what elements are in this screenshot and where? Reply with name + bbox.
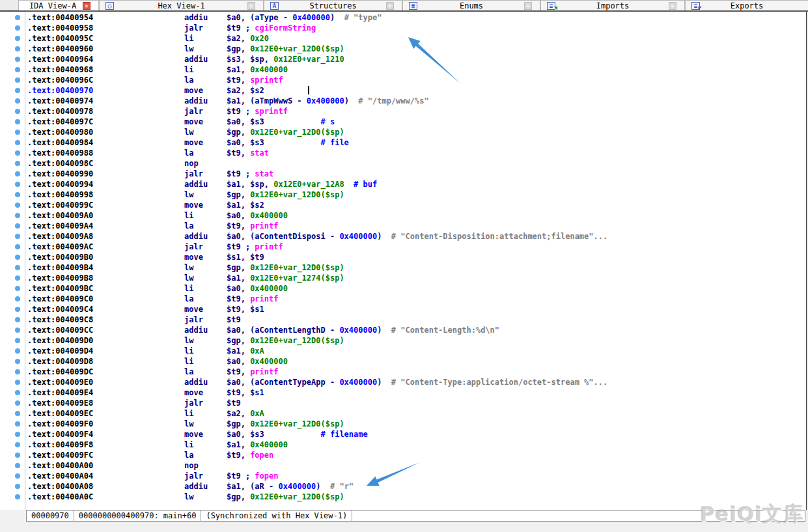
asm-line[interactable]: .text:00400A04jalr$t9 ; fopen — [0, 471, 806, 481]
asm-line[interactable]: .text:004009F4move$a0, $s3 # filename — [0, 429, 806, 440]
asm-line[interactable]: .text:004009E0addiu$a0, (aContentTypeApp… — [0, 377, 806, 387]
asm-line[interactable]: .text:0040097Cmove$a0, $s3 # s — [0, 117, 806, 127]
asm-mnemonic: li — [184, 33, 193, 44]
asm-line[interactable]: .text:00400980lw$gp, 0x12E0+var_12D0($sp… — [0, 127, 806, 137]
asm-mnemonic: jalr — [184, 242, 203, 252]
line-dot-icon — [15, 119, 20, 124]
asm-line[interactable]: .text:0040096Cla$t9, sprintf — [0, 75, 806, 85]
asm-line[interactable]: .text:00400A0Clw$gp, 0x12E0+var_12D0($sp… — [0, 492, 806, 502]
asm-line[interactable]: .text:004009E4move$t9, $s1 — [0, 387, 806, 398]
asm-address: .text:004009A0 — [27, 210, 93, 221]
asm-line[interactable]: .text:00400964addiu$s3, $sp, 0x12E0+var_… — [0, 54, 806, 64]
asm-line[interactable]: .text:004009C4move$t9, $s1 — [0, 304, 806, 315]
asm-address: .text:004009D4 — [27, 346, 93, 356]
asm-line[interactable]: .text:004009B4lw$gp, 0x12E0+var_12D0($sp… — [0, 262, 806, 273]
asm-operands: $t9, $s1 — [227, 387, 264, 398]
asm-mnemonic: la — [184, 148, 193, 158]
asm-mnemonic: addiu — [184, 231, 208, 242]
tab-imports[interactable]: ≡◥ Imports ✕ — [540, 0, 685, 10]
asm-line[interactable]: .text:004009C0la$t9, printf — [0, 294, 806, 304]
asm-operands: $s3, $sp, 0x12E0+var_1210 — [227, 54, 344, 64]
line-dot-icon — [15, 150, 20, 156]
tab-exports[interactable]: ≡◤ Exports — [685, 0, 808, 10]
tab-structures[interactable]: A Structures ✕ — [264, 0, 402, 10]
asm-line[interactable]: .text:004009D4li$a1, 0xA — [0, 346, 806, 356]
asm-line[interactable]: .text:004009CCaddiu$a0, (aContentLengthD… — [0, 325, 806, 335]
asm-address: .text:00400954 — [27, 12, 93, 23]
asm-mnemonic: move — [184, 117, 203, 127]
asm-line[interactable]: .text:00400A08addiu$a1, (aR - 0x400000) … — [0, 481, 806, 492]
tab-hex-view-1[interactable]: ◯ Hex View-1 ✕ — [99, 0, 264, 10]
asm-line[interactable]: .text:00400988la$t9, stat — [0, 148, 806, 158]
close-icon[interactable]: ✕ — [247, 2, 255, 10]
disassembly-view[interactable]: .text:00400954addiu$a0, (aType - 0x40000… — [0, 12, 807, 510]
tab-enums[interactable]: ≣ Enums ✕ — [402, 0, 540, 10]
asm-operands: $s1, $t9 — [227, 252, 264, 262]
line-dot-icon — [15, 484, 20, 489]
line-dot-icon — [15, 328, 20, 333]
asm-line[interactable]: .text:00400A00nop — [0, 460, 806, 471]
asm-line[interactable]: .text:00400974addiu$a1, (aTmpWwwS - 0x40… — [0, 96, 806, 106]
asm-line[interactable]: .text:00400958jalr$t9 ; cgiFormString — [0, 23, 806, 33]
asm-mnemonic: jalr — [184, 23, 203, 33]
asm-line[interactable]: .text:00400978jalr$t9 ; sprintf — [0, 106, 806, 117]
asm-address: .text:00400990 — [27, 169, 93, 179]
asm-address: .text:00400974 — [27, 96, 93, 106]
asm-line[interactable]: .text:004009FCla$t9, fopen — [0, 450, 806, 460]
asm-operands: $gp, 0x12E0+var_12D0($sp) — [227, 419, 344, 429]
asm-line[interactable]: .text:004009F0lw$gp, 0x12E0+var_12D0($sp… — [0, 419, 806, 429]
asm-line[interactable]: .text:004009D0lw$gp, 0x12E0+var_12D0($sp… — [0, 335, 806, 346]
asm-line[interactable]: .text:004009D8li$a0, 0x400000 — [0, 356, 806, 367]
asm-line[interactable]: .text:004009ECli$a2, 0xA — [0, 408, 806, 419]
tab-ida-view-a[interactable]: IDA View-A ✕ — [18, 0, 99, 10]
asm-line[interactable]: .text:004009B8lw$a1, 0x12E0+var_1274($sp… — [0, 273, 806, 283]
asm-line[interactable]: .text:004009E8jalr$t9 — [0, 398, 806, 408]
line-dot-icon — [15, 473, 20, 479]
asm-line[interactable]: .text:0040099Cmove$a1, $s2 — [0, 200, 806, 210]
asm-mnemonic: addiu — [184, 481, 208, 492]
asm-mnemonic: move — [184, 252, 203, 262]
line-dot-icon — [15, 494, 20, 499]
asm-address: .text:004009E8 — [27, 398, 93, 408]
tab-label: Hex View-1 — [158, 1, 204, 10]
asm-line[interactable]: .text:004009A4la$t9, printf — [0, 221, 806, 231]
asm-operands: $a1, $sp, 0x12E0+var_12A8 # buf — [227, 179, 377, 189]
asm-mnemonic: move — [184, 85, 203, 96]
asm-line[interactable]: .text:00400994addiu$a1, $sp, 0x12E0+var_… — [0, 179, 806, 189]
asm-line[interactable]: .text:00400960lw$gp, 0x12E0+var_12D0($sp… — [0, 44, 806, 54]
asm-line[interactable]: .text:00400954addiu$a0, (aType - 0x40000… — [0, 12, 806, 23]
asm-line[interactable]: .text:00400990jalr$t9 ; stat — [0, 169, 806, 179]
asm-line[interactable]: .text:004009F8li$a1, 0x400000 — [0, 440, 806, 450]
close-icon[interactable]: ✕ — [386, 2, 394, 10]
asm-line[interactable]: .text:004009C8jalr$t9 — [0, 315, 806, 325]
asm-operands: $a1, 0x400000 — [227, 64, 288, 75]
asm-operands: $t9 ; printf — [227, 242, 283, 252]
asm-address: .text:00400A04 — [27, 471, 93, 481]
asm-line[interactable]: .text:004009B0move$s1, $t9 — [0, 252, 806, 262]
asm-operands: $gp, 0x12E0+var_12D0($sp) — [227, 492, 344, 502]
asm-line[interactable]: .text:004009DCla$t9, printf — [0, 367, 806, 377]
line-dot-icon — [15, 244, 20, 249]
asm-line[interactable]: .text:004009A8addiu$a0, (aContentDisposi… — [0, 231, 806, 242]
asm-mnemonic: addiu — [184, 54, 208, 64]
asm-line[interactable]: .text:00400984move$a0, $s3 # file — [0, 137, 806, 148]
asm-address: .text:004009B8 — [27, 273, 93, 283]
line-dot-icon — [15, 36, 20, 41]
asm-line[interactable]: .text:004009A0li$a0, 0x400000 — [0, 210, 806, 221]
asm-line[interactable]: .text:004009ACjalr$t9 ; printf — [0, 242, 806, 252]
line-dot-icon — [15, 46, 20, 51]
asm-line[interactable]: .text:00400968li$a1, 0x400000 — [0, 64, 806, 75]
asm-line[interactable]: .text:004009BCli$a0, 0x400000 — [0, 283, 806, 294]
asm-address: .text:004009F4 — [27, 429, 93, 440]
asm-mnemonic: addiu — [184, 325, 208, 335]
close-icon[interactable]: ✕ — [524, 2, 532, 10]
asm-mnemonic: la — [184, 294, 193, 304]
close-icon[interactable]: ✕ — [83, 2, 91, 10]
asm-address: .text:004009AC — [27, 242, 93, 252]
asm-line[interactable]: .text:00400970move$a2, $s2 — [0, 85, 806, 96]
asm-line[interactable]: .text:0040098Cnop — [0, 158, 806, 169]
close-icon[interactable]: ✕ — [669, 2, 676, 10]
asm-line[interactable]: .text:0040095Cli$a2, 0x20 — [0, 33, 806, 44]
asm-line[interactable]: .text:00400998lw$gp, 0x12E0+var_12D0($sp… — [0, 189, 806, 200]
asm-mnemonic: li — [184, 356, 193, 367]
